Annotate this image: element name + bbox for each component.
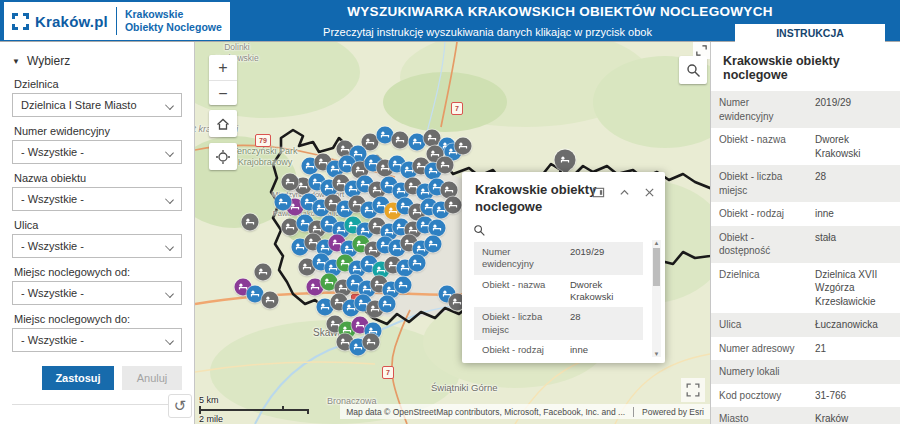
table-row: UlicaŁuczanowicka — [711, 313, 900, 337]
map-marker[interactable] — [255, 264, 272, 281]
app-header: Kraków.pl Krakowskie Obiekty Noclegowe W… — [0, 0, 900, 42]
field-value: 31-766 — [807, 384, 900, 408]
field-label: Kod pocztowy — [711, 384, 807, 408]
field-label: Numery lokali — [711, 360, 807, 384]
reg-number-select[interactable]: - Wszystkie - — [12, 140, 182, 164]
map-marker[interactable] — [275, 194, 292, 211]
close-button[interactable] — [644, 186, 655, 199]
beds-to-select[interactable]: - Wszystkie - — [12, 328, 182, 352]
field-value: Dworek Krakowski — [562, 275, 643, 308]
beds-from-label: Miejsc noclegowych od: — [14, 266, 182, 278]
logo-text: Kraków.pl — [35, 13, 108, 30]
table-row: Obiekt - rodzajinne — [711, 202, 900, 226]
table-row: Numer adresowy21 — [711, 337, 900, 361]
field-value — [807, 360, 900, 384]
road-badge-79: 79 — [255, 134, 271, 147]
street-select-value: - Wszystkie - — [21, 240, 84, 252]
table-row: Numer ewidencyjny2019/29 — [474, 242, 643, 275]
field-value: 21 — [807, 337, 900, 361]
map-marker[interactable] — [425, 236, 442, 253]
page-subtitle: Przeczytaj instrukcję wyszukiwania danyc… — [235, 26, 740, 38]
field-label: Obiekt - dostępność — [711, 226, 807, 263]
table-row: Obiekt - nazwaDworek Krakowski — [711, 128, 900, 165]
field-value: Kraków — [807, 407, 900, 424]
instruction-button[interactable]: INSTRUKCJA — [735, 24, 885, 42]
powered-by-esri[interactable]: Powered by Esri — [633, 407, 704, 417]
table-row: Numery lokali — [711, 360, 900, 384]
refresh-icon: ↺ — [174, 397, 187, 415]
apply-button[interactable]: Zastosuj — [42, 366, 114, 390]
popup-attribute-table: Numer ewidencyjny2019/29Obiekt - nazwaDw… — [474, 242, 643, 359]
page-title: WYSZUKIWARKA KRAKOWSKICH OBIEKTÓW NOCLEG… — [230, 4, 890, 19]
map-search-button[interactable] — [679, 56, 707, 84]
field-label: Obiekt - liczba miejsc — [711, 165, 807, 202]
map-marker-selected[interactable] — [555, 150, 576, 171]
map-canvas[interactable]: Dolinki Krakowskie Powiat krakowski Tenc… — [195, 42, 710, 424]
filters-expander[interactable]: ▼ Wybierz — [12, 54, 182, 68]
caret-down-icon: ▼ — [12, 57, 20, 66]
table-row: Obiekt - liczba miejsc28 — [711, 165, 900, 202]
field-value: inne — [562, 340, 643, 359]
beds-from-select[interactable]: - Wszystkie - — [12, 281, 182, 305]
collapse-button[interactable] — [619, 186, 630, 199]
district-label: Dzielnica — [14, 78, 182, 90]
scroll-down-icon: ▼ — [654, 351, 660, 357]
object-name-select[interactable]: - Wszystkie - — [12, 187, 182, 211]
table-row: Kod pocztowy31-766 — [711, 384, 900, 408]
map-marker[interactable] — [395, 277, 412, 294]
map-marker[interactable] — [409, 255, 426, 272]
field-label: Dzielnica — [711, 263, 807, 314]
search-icon — [686, 63, 701, 78]
map-marker[interactable] — [262, 292, 279, 309]
district-select-value: Dzielnica I Stare Miasto — [21, 99, 137, 111]
logo-divider — [116, 7, 117, 35]
logo[interactable]: Kraków.pl Krakowskie Obiekty Noclegowe — [4, 2, 230, 40]
table-row: DzielnicaDzielnica XVII Wzgórza Krzesław… — [711, 263, 900, 314]
beds-to-label: Miejsc noclegowych do: — [14, 313, 182, 325]
fullscreen-icon — [685, 382, 701, 398]
expand-corner-icon — [695, 44, 708, 57]
scrollbar-thumb[interactable] — [653, 248, 660, 286]
map-marker[interactable] — [363, 334, 380, 351]
street-select[interactable]: - Wszystkie - — [12, 234, 182, 258]
road-badge-7: 7 — [451, 102, 463, 115]
dock-button[interactable] — [592, 186, 605, 199]
sidebar-divider — [12, 404, 182, 405]
road-badge-7-south: 7 — [382, 366, 394, 379]
fullscreen-button[interactable] — [681, 378, 705, 402]
district-select[interactable]: Dzielnica I Stare Miasto — [12, 93, 182, 117]
object-name-select-value: - Wszystkie - — [21, 193, 84, 205]
locate-button[interactable] — [209, 143, 237, 170]
field-value: 28 — [562, 307, 643, 340]
map-marker[interactable] — [455, 138, 472, 155]
cancel-button[interactable]: Anuluj — [122, 366, 182, 390]
map-marker[interactable] — [429, 220, 446, 237]
map-marker[interactable] — [379, 296, 396, 313]
field-label: Ulica — [711, 313, 807, 337]
collapse-corner-button[interactable] — [693, 42, 710, 59]
table-row: Obiekt - dostępnośćstała — [711, 226, 900, 263]
map-marker[interactable] — [437, 157, 454, 174]
scale-mile-label: 2 mile — [199, 414, 309, 424]
dock-icon — [592, 186, 605, 199]
scale-bar: 5 km 2 mile — [199, 395, 309, 424]
map-marker[interactable] — [392, 132, 409, 149]
zoom-in-button[interactable]: + — [209, 55, 237, 80]
field-label: Obiekt - rodzaj — [711, 202, 807, 226]
popup-scrollbar[interactable]: ▲ ▼ — [652, 240, 661, 357]
map-marker[interactable] — [445, 197, 462, 214]
scroll-up-icon: ▲ — [654, 240, 660, 246]
zoom-out-button[interactable]: − — [209, 81, 237, 106]
home-button[interactable] — [209, 110, 237, 137]
chevron-down-icon — [165, 101, 174, 110]
map-attribution: Map data © OpenStreetMap contributors, M… — [340, 404, 710, 419]
field-label: Obiekt - liczba miejsc — [474, 307, 562, 340]
logo-subtitle-line1: Krakowskie — [125, 8, 222, 21]
map-marker[interactable] — [282, 174, 299, 191]
scale-km-label: 5 km — [199, 395, 309, 405]
refresh-button[interactable]: ↺ — [168, 394, 192, 418]
field-value: 2019/29 — [807, 91, 900, 128]
zoom-to-feature-button[interactable] — [473, 224, 486, 237]
field-value: Dzielnica XVII Wzgórza Krzesławickie — [807, 263, 900, 314]
map-marker[interactable] — [242, 214, 259, 231]
